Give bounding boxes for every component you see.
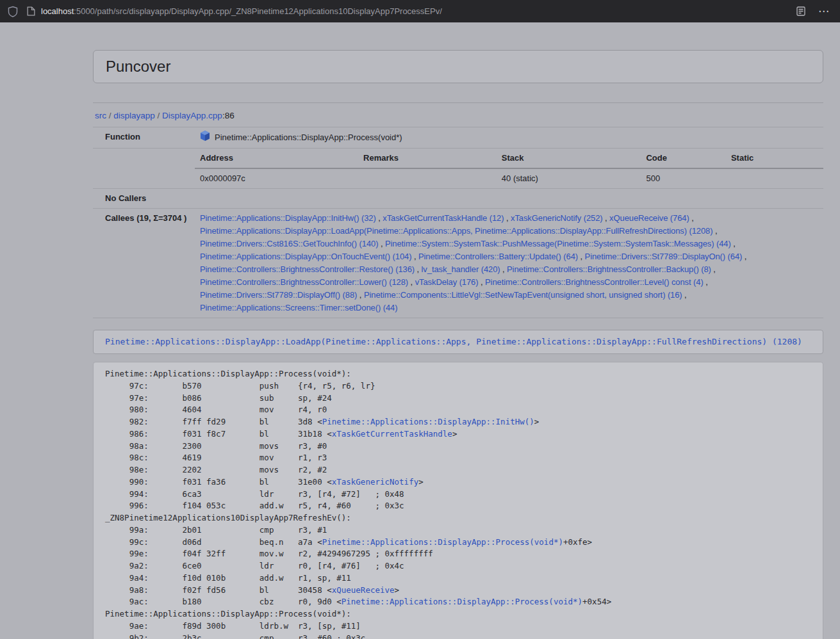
menu-ellipsis-icon[interactable]: ⋯ (818, 6, 830, 17)
static-value (726, 168, 823, 188)
no-callers-row: No Callers (93, 189, 823, 209)
stack-header: Stack (497, 149, 641, 168)
callee-link[interactable]: Pinetime::Applications::DisplayApp::Init… (200, 213, 376, 223)
callee-link[interactable]: Pinetime::Controllers::BrightnessControl… (485, 277, 704, 287)
breadcrumb-link[interactable]: DisplayApp.cpp (162, 111, 222, 120)
page-container: Puncover src / displayapp / DisplayApp.c… (83, 50, 833, 639)
callee-link[interactable]: Pinetime::Applications::DisplayApp::Load… (200, 226, 712, 236)
callee-link[interactable]: vTaskDelay (176) (415, 277, 479, 287)
callees-list: Pinetime::Applications::DisplayApp::Init… (195, 209, 823, 318)
stack-value: 40 (static) (497, 168, 641, 188)
page-title: Puncover (106, 58, 170, 76)
symbol-type-icon (200, 131, 210, 145)
remarks-header: Remarks (358, 149, 497, 168)
callees-label: Callees (19, Σ=3704 ) (93, 209, 195, 318)
callee-link[interactable]: Pinetime::Applications::DisplayApp::OnTo… (200, 252, 411, 261)
callee-link[interactable]: Pinetime::Drivers::St7789::DisplayOn() (… (585, 252, 743, 261)
details-value-row: 0x0000097c 40 (static) 500 (195, 168, 823, 188)
toolbar-right: ⋯ (796, 6, 832, 17)
code-size-value: 500 (641, 168, 725, 188)
callee-link[interactable]: Pinetime::Drivers::St7789::DisplayOff() … (200, 290, 357, 300)
function-details-table: Address Remarks Stack Code Static 0x0000… (195, 149, 823, 188)
callee-link[interactable]: xQueueReceive (764) (609, 213, 689, 223)
no-callers-label: No Callers (93, 189, 195, 209)
breadcrumb: src / displayapp / DisplayApp.cpp:86 (93, 111, 823, 120)
callee-link[interactable]: lv_task_handler (420) (422, 264, 500, 274)
breadcrumb-separator: / (155, 111, 162, 120)
callee-link[interactable]: Pinetime::Controllers::BrightnessControl… (507, 264, 711, 274)
code-header: Code (641, 149, 725, 168)
callee-link[interactable]: Pinetime::Controllers::BrightnessControl… (200, 277, 408, 287)
reader-mode-icon[interactable] (796, 6, 805, 16)
code-symbol-link[interactable]: Pinetime::Applications::DisplayApp::Init… (322, 417, 534, 426)
url-path: :5000/path/src/displayapp/DisplayApp.cpp… (74, 6, 442, 16)
callee-link[interactable]: Pinetime::Controllers::BrightnessControl… (200, 264, 415, 274)
address-header: Address (195, 149, 358, 168)
breadcrumb-link[interactable]: src (95, 111, 106, 120)
details-row: Address Remarks Stack Code Static 0x0000… (93, 149, 823, 189)
remarks-value (358, 168, 497, 188)
breadcrumb-link[interactable]: displayapp (113, 111, 155, 120)
url-host: localhost (41, 6, 74, 16)
symbol-link[interactable]: Pinetime::Applications::DisplayApp::Load… (105, 337, 802, 346)
breadcrumb-line-number: :86 (222, 111, 235, 120)
divider (93, 102, 823, 103)
url-bar[interactable]: localhost:5000/path/src/displayapp/Displ… (27, 6, 787, 16)
symbol-panel: Pinetime::Applications::DisplayApp::Load… (93, 330, 823, 354)
disassembly-block: Pinetime::Applications::DisplayApp::Proc… (93, 362, 823, 639)
function-table: Function Pinetime::Applications::Display… (93, 127, 823, 318)
page-header: Puncover (93, 50, 823, 83)
static-header: Static (726, 149, 823, 168)
callee-link[interactable]: Pinetime::Controllers::Battery::Update()… (418, 252, 578, 261)
url-text: localhost:5000/path/src/displayapp/Displ… (41, 6, 442, 16)
details-header-row: Address Remarks Stack Code Static (195, 149, 823, 168)
callee-link[interactable]: Pinetime::System::SystemTask::PushMessag… (385, 239, 731, 248)
function-row: Function Pinetime::Applications::Display… (93, 127, 823, 149)
details-row-spacer (93, 149, 195, 189)
callee-link[interactable]: xTaskGenericNotify (252) (511, 213, 603, 223)
code-symbol-link[interactable]: xTaskGetCurrentTaskHandle (332, 429, 452, 439)
page-icon (27, 6, 35, 16)
code-symbol-link[interactable]: xTaskGenericNotify (332, 477, 418, 487)
address-value: 0x0000097c (195, 168, 358, 188)
callee-link[interactable]: xTaskGetCurrentTaskHandle (12) (383, 213, 504, 223)
browser-toolbar: localhost:5000/path/src/displayapp/Displ… (0, 0, 840, 22)
callee-link[interactable]: Pinetime::Applications::Screens::Timer::… (200, 303, 397, 312)
code-symbol-link[interactable]: xQueueReceive (332, 585, 395, 595)
shield-icon[interactable] (8, 6, 18, 17)
function-label: Function (93, 127, 195, 149)
code-symbol-link[interactable]: Pinetime::Applications::DisplayApp::Proc… (342, 597, 582, 606)
breadcrumb-separator: / (106, 111, 113, 120)
code-symbol-link[interactable]: Pinetime::Applications::DisplayApp::Proc… (322, 537, 563, 547)
callee-link[interactable]: Pinetime::Components::LittleVgl::SetNewT… (364, 290, 682, 300)
callee-link[interactable]: Pinetime::Drivers::Cst816S::GetTouchInfo… (200, 239, 378, 248)
function-name: Pinetime::Applications::DisplayApp::Proc… (215, 131, 402, 144)
callees-row: Callees (19, Σ=3704 ) Pinetime::Applicat… (93, 209, 823, 318)
